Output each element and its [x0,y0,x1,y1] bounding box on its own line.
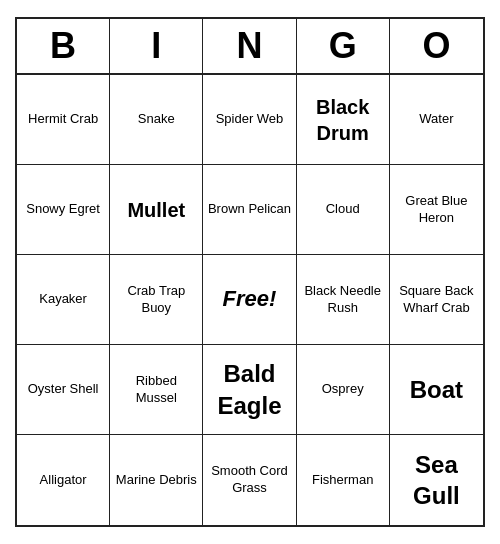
bingo-cell: Sea Gull [390,435,483,525]
bingo-letter: O [390,19,483,73]
bingo-cell: Water [390,75,483,165]
bingo-cell: Oyster Shell [17,345,110,435]
bingo-cell: Alligator [17,435,110,525]
bingo-cell: Snowy Egret [17,165,110,255]
bingo-cell: Brown Pelican [203,165,296,255]
bingo-grid: Hermit CrabSnakeSpider WebBlack DrumWate… [17,75,483,525]
bingo-cell: Cloud [297,165,390,255]
bingo-letter: B [17,19,110,73]
bingo-letter: G [297,19,390,73]
bingo-cell: Bald Eagle [203,345,296,435]
bingo-cell: Black Needle Rush [297,255,390,345]
bingo-cell: Boat [390,345,483,435]
bingo-cell: Mullet [110,165,203,255]
bingo-cell: Kayaker [17,255,110,345]
bingo-cell: Crab Trap Buoy [110,255,203,345]
bingo-cell: Hermit Crab [17,75,110,165]
bingo-cell: Smooth Cord Grass [203,435,296,525]
bingo-cell: Square Back Wharf Crab [390,255,483,345]
bingo-card: BINGO Hermit CrabSnakeSpider WebBlack Dr… [15,17,485,527]
bingo-letter: N [203,19,296,73]
bingo-cell: Great Blue Heron [390,165,483,255]
bingo-cell: Marine Debris [110,435,203,525]
bingo-cell: Spider Web [203,75,296,165]
bingo-cell: Free! [203,255,296,345]
bingo-cell: Osprey [297,345,390,435]
bingo-cell: Ribbed Mussel [110,345,203,435]
bingo-cell: Fisherman [297,435,390,525]
bingo-letter: I [110,19,203,73]
bingo-cell: Black Drum [297,75,390,165]
bingo-cell: Snake [110,75,203,165]
bingo-header: BINGO [17,19,483,75]
